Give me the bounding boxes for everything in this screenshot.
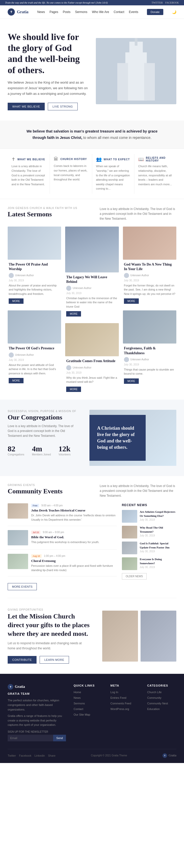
copyright-text: Copyright © 2021 Gratia Theme — [91, 754, 127, 757]
sermon-god-wants-more-button[interactable]: MORE — [124, 299, 139, 304]
info-col-believe-header: ✝ WHAT WE BELIEVE — [11, 156, 46, 162]
info-columns: ✝ WHAT WE BELIEVE Love is a key attribut… — [0, 149, 184, 199]
event-content-3: Aug 10 1:00 pm – 4:00 pm Choral Evensong… — [31, 554, 117, 572]
sermon-gratitude-title: Gratitude Comes From Attitude — [66, 359, 117, 364]
meta-link-login[interactable]: Log In — [110, 691, 118, 694]
sermon-forgiveness-excerpt: Things that cause people to stumble are … — [124, 368, 175, 376]
donate-button[interactable]: Donate — [147, 9, 163, 15]
newsletter-input[interactable] — [8, 735, 53, 741]
sermons-section-header: JOIN GENESIS CHURCH & WALK FAITH WITH US… — [8, 207, 176, 221]
sermon-forgiveness-image — [123, 310, 176, 344]
nav-links: News Pages Posts Sermons Who We Are Cont… — [37, 10, 138, 14]
quick-link-sitemap[interactable]: Our Site Map — [74, 713, 90, 716]
newsletter-send-button[interactable]: Send — [53, 735, 66, 741]
nav-link-who[interactable]: Who We Are — [92, 10, 109, 14]
news-date-3: July 30, 2019 — [140, 550, 176, 553]
social-twitter[interactable]: Twitter — [8, 754, 16, 757]
sermon-gratitude-more-button[interactable]: MORE — [66, 386, 81, 392]
sermon-praise-more-button[interactable]: MORE — [9, 299, 24, 304]
church-image — [96, 38, 176, 104]
live-strong-button[interactable]: LIVE STRONG — [48, 103, 78, 110]
congregations-meta: Successful Vision, Purpose & Mission of — [8, 410, 82, 412]
sermon-presence-more-button[interactable]: MORE — [9, 378, 24, 383]
sermons-middle-column: The Legacy We Will Leave Behind Unknown … — [65, 226, 119, 395]
social-linkedin[interactable]: Linkedin — [34, 754, 45, 757]
sermons-meta: JOIN GENESIS CHURCH & WALK FAITH WITH US — [8, 207, 77, 210]
more-events-button[interactable]: MORE EVENTS — [8, 583, 37, 590]
news-img-4 — [122, 557, 137, 570]
nav-link-pages[interactable]: Pages — [50, 10, 58, 14]
main-nav: ✝ Gratia News Pages Posts Sermons Who We… — [0, 5, 184, 19]
older-news-button[interactable]: OLDER NEWS — [122, 573, 147, 580]
sermon-praise-date: July 30, 2019 — [9, 279, 60, 282]
sermon-god-wants-img — [123, 226, 176, 260]
event-img-1 — [8, 503, 28, 519]
stat-congregations-label: Congregations — [8, 453, 24, 456]
learn-more-button[interactable]: LEARN MORE — [40, 656, 69, 663]
news-item-1: Are Atheists Gospel Rejecters Or Somethi… — [122, 510, 176, 523]
meta-link-wordpress[interactable]: WordPress.org — [110, 708, 129, 711]
news-item-3: God Is Faithful: Special Update From Pas… — [122, 541, 176, 554]
footer-bottom: Twitter Facebook Linkedin Share Copyrigh… — [8, 749, 176, 758]
meta-link-comments[interactable]: Comments Feed — [110, 702, 131, 705]
facebook-link[interactable]: FACEBOOK — [165, 1, 179, 4]
categories-list: Church Life Community Community Nest Edu… — [147, 690, 176, 711]
social-facebook[interactable]: Facebook — [19, 754, 31, 757]
stat-volunteers-label: Volunteers — [58, 453, 71, 456]
news-content-3: God Is Faithful: Special Update From Pas… — [140, 541, 176, 554]
footer-logo-text: Gratia — [15, 685, 25, 689]
nav-link-contact[interactable]: Contact — [114, 10, 124, 14]
what-we-believe-button[interactable]: WHAT WE BELIEVE — [8, 103, 45, 110]
events-title: Community Events — [8, 488, 62, 495]
cat-community-nest[interactable]: Community Nest — [147, 702, 168, 705]
sermon-presence-body: The Power Of God's Presence Unknown Auth… — [8, 344, 61, 386]
stat-volunteers-number: 12k — [58, 444, 71, 453]
stat-members-label: Members Joined — [32, 453, 51, 456]
info-col-history-header: 🏛 CHURCH HISTORY — [54, 156, 88, 162]
news-img-1 — [122, 510, 137, 523]
sermon-legacy-body: The Legacy We Will Leave Behind Unknown … — [65, 272, 119, 319]
quick-link-contact[interactable]: Contact — [74, 708, 83, 711]
cat-community[interactable]: Community — [147, 696, 161, 699]
logo-text: Gratia — [17, 10, 28, 14]
sermon-praise-img-placeholder — [8, 226, 61, 260]
nav-link-posts[interactable]: Posts — [63, 10, 71, 14]
meta-link-entries[interactable]: Entries Feed — [110, 696, 126, 699]
sermon-praise-body: The Power Of Praise And Worship Unknown … — [8, 260, 61, 307]
sermon-presence-image — [8, 310, 61, 344]
news-item-4: Everyone Is Doing Somewhere? July 30, 20… — [122, 557, 176, 570]
expect-title: WHAT TO EXPECT — [104, 158, 130, 161]
sermon-god-wants-date: July 30, 2019 — [124, 279, 175, 282]
nav-link-sermons[interactable]: Sermons — [75, 10, 87, 14]
giving-description: Let us to respond to immediate and chang… — [8, 641, 89, 651]
sermon-legacy-title: The Legacy We Will Leave Behind — [66, 275, 117, 284]
news-img-3 — [122, 541, 137, 554]
nav-link-news[interactable]: News — [37, 10, 45, 14]
footer-bottom-icon: ✝ — [162, 753, 167, 758]
quick-link-news[interactable]: News — [74, 696, 81, 699]
author-name-1: Unknown Author — [15, 274, 34, 277]
quick-link-sermons[interactable]: Sermons — [74, 702, 85, 705]
nav-logo[interactable]: ✝ Gratia — [8, 8, 28, 16]
cat-education[interactable]: Education — [147, 708, 160, 711]
sermons-grid: The Power Of Praise And Worship Unknown … — [8, 226, 176, 395]
info-col-beliefs-header: 📖 BELIEFS AND HISTORY — [138, 156, 173, 162]
info-col-expect-header: 👥 WHAT TO EXPECT — [96, 156, 130, 162]
sermons-section: JOIN GENESIS CHURCH & WALK FAITH WITH US… — [0, 199, 184, 400]
sermon-gratitude-author: Unknown Author — [66, 365, 117, 370]
twitter-link[interactable]: TWITTER — [152, 1, 163, 4]
contribute-button[interactable]: CONTRIBUTE — [8, 656, 36, 663]
cat-church-life[interactable]: Church Life — [147, 691, 161, 694]
sermon-forgiveness-body: Forgiveness, Faith & Thankfulness Unknow… — [123, 344, 176, 386]
theme-toggle-icon[interactable]: 🌙 — [172, 10, 176, 14]
believe-text: Love is a key attribute in Christianity.… — [11, 164, 46, 187]
nav-link-events[interactable]: Events — [129, 10, 138, 14]
news-title-3: God Is Faithful: Special Update From Pas… — [140, 541, 176, 550]
quick-link-home[interactable]: Home — [74, 691, 81, 694]
sermon-legacy-more-button[interactable]: MORE — [66, 311, 81, 316]
sermon-card-god-wants: God Wants To Do A New Thing In Your Life… — [123, 226, 176, 307]
sermon-gratitude-img — [65, 323, 119, 356]
sermon-forgiveness-more-button[interactable]: MORE — [124, 378, 139, 384]
news-title-4: Everyone Is Doing Somewhere? — [140, 557, 176, 565]
social-share[interactable]: Share — [48, 754, 55, 757]
